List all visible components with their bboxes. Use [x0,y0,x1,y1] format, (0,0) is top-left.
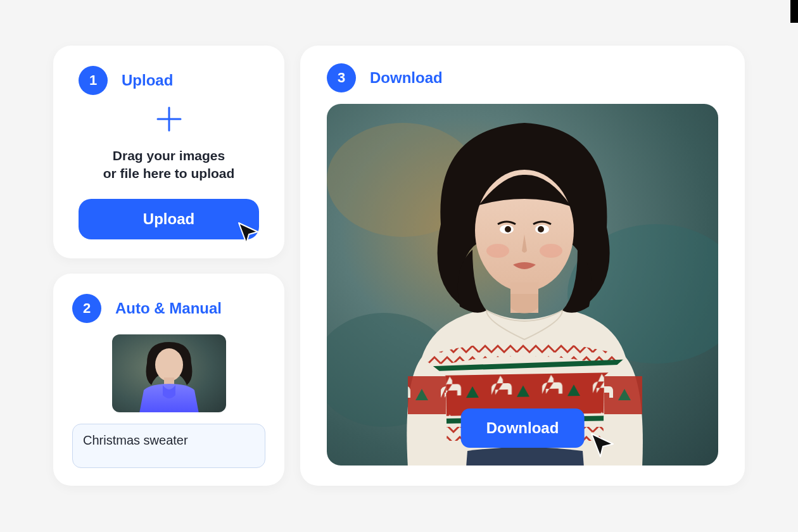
upload-card-header: 1 Upload [79,66,259,95]
upload-card: 1 Upload Drag your images or file here t… [53,46,284,258]
corner-notch [790,0,798,23]
download-card-header: 3 Download [327,63,718,92]
upload-drop-line1: Drag your images [103,147,235,165]
step-3-badge: 3 [327,63,356,92]
svg-point-15 [538,226,544,232]
prompt-card: 2 Auto & Manual [53,274,284,486]
svg-rect-23 [408,376,446,414]
prompt-input[interactable] [72,424,265,468]
svg-rect-24 [604,376,642,414]
svg-point-17 [540,244,562,258]
step-1-number: 1 [89,72,97,89]
download-card: 3 Download [300,46,745,486]
step-2-number: 2 [83,300,91,317]
download-title: Download [370,69,443,87]
download-button[interactable]: Download [461,408,585,448]
upload-title: Upload [122,72,173,89]
upload-button[interactable]: Upload [79,199,259,239]
step-3-number: 3 [338,70,345,86]
step-2-badge: 2 [72,294,101,323]
upload-drop-line2: or file here to upload [103,165,235,182]
upload-dropzone[interactable]: Drag your images or file here to upload [79,100,259,187]
prompt-title: Auto & Manual [115,300,222,317]
upload-drop-text: Drag your images or file here to upload [103,147,235,183]
step-1-badge: 1 [79,66,108,95]
plus-icon [155,105,183,136]
svg-point-14 [505,226,511,232]
svg-point-3 [155,348,183,381]
source-thumbnail[interactable] [112,334,226,412]
prompt-card-header: 2 Auto & Manual [72,294,265,323]
result-image: Download [327,104,718,466]
svg-point-16 [486,244,509,258]
